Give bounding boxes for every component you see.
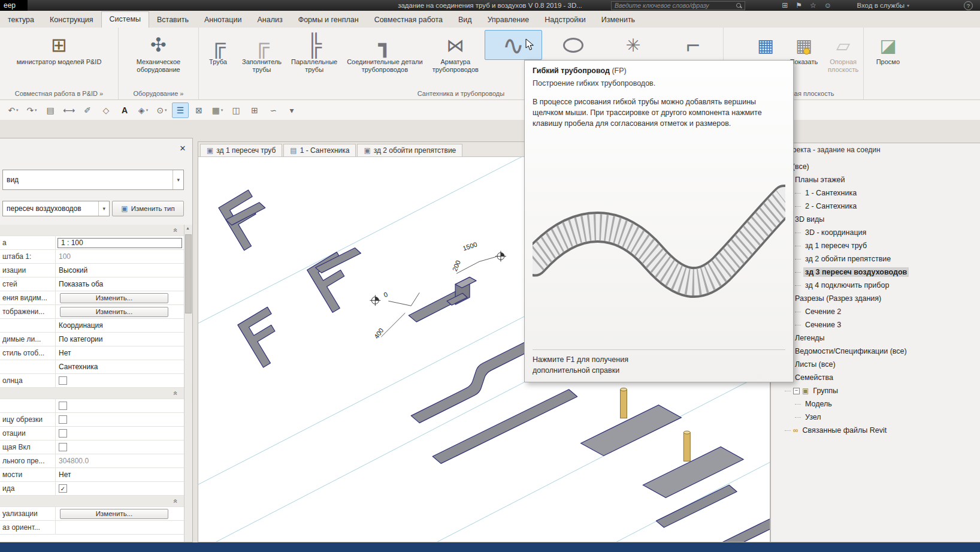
property-value[interactable]: Нет bbox=[55, 468, 184, 481]
tree-item[interactable]: 3D - координация bbox=[771, 226, 980, 239]
property-row[interactable]: льного пре... 304800.0 bbox=[0, 454, 184, 468]
sprinkler-button[interactable] bbox=[604, 30, 662, 60]
property-row[interactable]: изации Высокий bbox=[0, 264, 184, 277]
tree-item[interactable]: 1 - Сантехника bbox=[771, 186, 980, 200]
collapse-icon[interactable] bbox=[793, 388, 800, 394]
property-row[interactable]: ения видим... Изменить... bbox=[0, 291, 184, 305]
close-icon[interactable] bbox=[178, 143, 187, 153]
type-selector[interactable]: пересеч воздуховодов bbox=[2, 201, 110, 216]
property-row[interactable]: мости Нет bbox=[0, 468, 184, 482]
property-row[interactable] bbox=[0, 225, 184, 236]
switch-windows-icon[interactable]: ▦ bbox=[209, 102, 226, 118]
property-value[interactable]: Изменить... bbox=[55, 291, 184, 304]
property-row[interactable] bbox=[0, 399, 184, 413]
ribbon-tab[interactable]: тектура bbox=[0, 13, 42, 28]
property-row[interactable]: ицу обрезки bbox=[0, 413, 184, 427]
text-icon[interactable]: A bbox=[116, 102, 133, 118]
property-value[interactable]: Изменить... bbox=[55, 305, 184, 318]
tree-item[interactable]: Ведомости/Спецификации (все) bbox=[771, 345, 980, 358]
property-edit-button[interactable]: Изменить... bbox=[60, 509, 168, 519]
property-checkbox[interactable] bbox=[59, 415, 67, 424]
ribbon-tab[interactable]: Вставить bbox=[149, 13, 196, 28]
property-row[interactable]: ида bbox=[0, 482, 184, 496]
tree-item[interactable]: Семейства bbox=[771, 371, 980, 384]
ribbon-tab[interactable]: Формы и генплан bbox=[291, 13, 367, 28]
tree-item[interactable]: Группы bbox=[771, 384, 980, 397]
property-value[interactable] bbox=[55, 399, 184, 412]
ribbon-group-label[interactable]: Оборудование » bbox=[119, 88, 198, 99]
property-checkbox[interactable] bbox=[59, 402, 67, 410]
toolbar-options-icon[interactable]: ▾ bbox=[283, 102, 300, 118]
property-value[interactable]: По категории bbox=[55, 333, 184, 346]
sign-in-button[interactable]: Вход в службы bbox=[857, 2, 909, 9]
property-edit-button[interactable]: Изменить... bbox=[60, 307, 168, 317]
property-row[interactable]: олнца bbox=[0, 374, 184, 388]
ref-plane-button[interactable]: Опорная плоскость bbox=[824, 30, 862, 76]
measure-icon[interactable]: ✐ bbox=[79, 102, 96, 118]
property-value[interactable]: Координация bbox=[55, 319, 184, 332]
view-type-selector[interactable]: вид bbox=[2, 170, 184, 190]
sun-settings-icon[interactable]: ⊙ bbox=[153, 102, 170, 118]
dimension-icon[interactable]: ⟷ bbox=[61, 102, 77, 118]
viewer-button[interactable]: Просмо bbox=[870, 30, 906, 68]
ribbon-group-label[interactable] bbox=[869, 88, 907, 99]
tree-item[interactable]: Узел bbox=[771, 411, 980, 424]
property-value[interactable]: Высокий bbox=[55, 264, 184, 277]
property-row[interactable]: отации bbox=[0, 427, 184, 441]
property-row[interactable]: штаба 1: 100 bbox=[0, 250, 184, 264]
apps-icon[interactable]: ⊞ bbox=[782, 1, 788, 10]
viewcube-icon[interactable]: ⊞ bbox=[246, 102, 263, 118]
property-value[interactable]: Сантехника bbox=[55, 360, 184, 373]
view-tab[interactable]: зд 1 пересеч труб bbox=[200, 144, 282, 156]
ribbon-tab[interactable]: Управление bbox=[480, 13, 537, 28]
pipe-placeholder-button[interactable]: Заполнитель трубы bbox=[238, 30, 285, 76]
property-value[interactable]: Показать оба bbox=[55, 277, 184, 291]
property-row[interactable] bbox=[0, 496, 184, 507]
property-value[interactable] bbox=[55, 388, 184, 399]
parallel-pipes-button[interactable]: Параллельные трубы bbox=[288, 30, 341, 76]
ribbon-tab[interactable]: Надстройки bbox=[537, 13, 594, 28]
ribbon-tab[interactable]: Анализ bbox=[249, 13, 290, 28]
undo-icon[interactable]: ↶ bbox=[5, 102, 22, 118]
tree-item[interactable]: 3D виды bbox=[771, 213, 980, 226]
property-row[interactable]: тображени... Изменить... bbox=[0, 305, 184, 319]
help-icon[interactable]: ? bbox=[964, 1, 973, 10]
property-value[interactable] bbox=[55, 225, 184, 236]
duct-accessory-button[interactable] bbox=[664, 30, 722, 60]
close-hidden-windows-icon[interactable]: ⊠ bbox=[190, 102, 207, 118]
property-checkbox[interactable] bbox=[59, 376, 67, 385]
property-row[interactable]: аз ориент... bbox=[0, 521, 184, 535]
ribbon-tab[interactable]: Изменить bbox=[594, 13, 643, 28]
tree-item[interactable]: Листы (все) bbox=[771, 358, 980, 371]
property-checkbox[interactable] bbox=[59, 484, 67, 493]
favorites-icon[interactable]: ☆ bbox=[810, 1, 816, 10]
property-row[interactable]: уализации Изменить... bbox=[0, 507, 184, 521]
ribbon-tab[interactable]: Вид bbox=[450, 13, 480, 28]
pipe-riser[interactable] bbox=[621, 388, 627, 418]
section-box-icon[interactable]: ◫ bbox=[228, 102, 244, 118]
pipe-fitting-button[interactable]: Соединительные детали трубопроводов bbox=[343, 30, 426, 76]
redo-icon[interactable]: ↷ bbox=[23, 102, 40, 118]
property-value[interactable]: Нет bbox=[55, 346, 184, 360]
flag-icon[interactable]: ⚑ bbox=[796, 1, 802, 10]
ribbon-tab[interactable]: Совместная работа bbox=[367, 13, 450, 28]
view-tab[interactable]: 1 - Сантехника bbox=[283, 144, 356, 156]
tree-item[interactable]: Сечение 2 bbox=[771, 305, 980, 318]
property-value[interactable] bbox=[55, 482, 184, 495]
search-icon[interactable] bbox=[736, 3, 742, 8]
property-row[interactable] bbox=[0, 388, 184, 399]
property-value[interactable] bbox=[55, 427, 184, 440]
property-row[interactable]: Координация bbox=[0, 319, 184, 333]
user-icon[interactable]: ☺ bbox=[824, 1, 831, 10]
view-tab[interactable]: зд 2 обойти препятствие bbox=[357, 144, 462, 156]
tree-item[interactable]: иды (все) bbox=[771, 160, 980, 173]
tree-item[interactable]: зд 1 пересеч труб bbox=[771, 239, 980, 252]
mechanical-equipment-button[interactable]: Механическое оборудование bbox=[133, 30, 184, 76]
property-value[interactable] bbox=[55, 521, 184, 534]
property-row[interactable]: щая Вкл bbox=[0, 441, 184, 454]
ribbon-tab[interactable]: Аннотации bbox=[196, 13, 249, 28]
property-checkbox[interactable] bbox=[59, 443, 67, 451]
plumbing-fixture-button[interactable] bbox=[545, 30, 602, 60]
tree-item[interactable]: Легенды bbox=[771, 331, 980, 345]
property-value[interactable] bbox=[55, 441, 184, 454]
